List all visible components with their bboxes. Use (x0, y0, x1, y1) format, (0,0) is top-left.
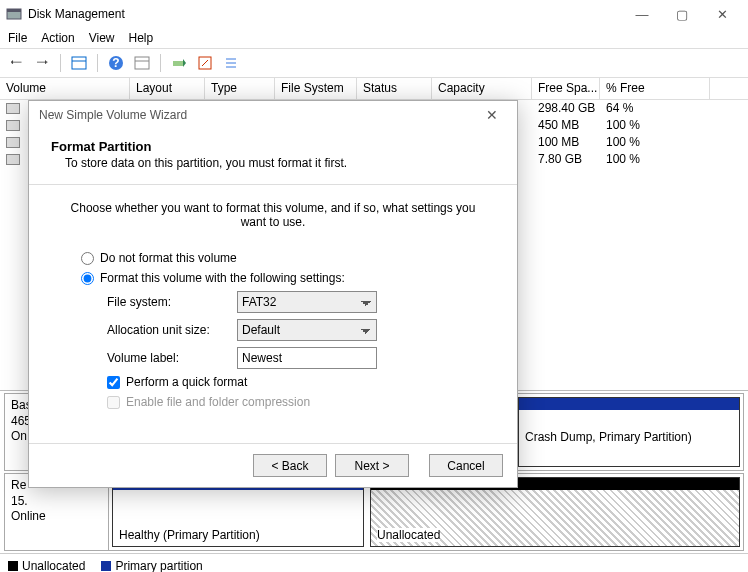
title-bar: Disk Management — ▢ ✕ (0, 0, 748, 28)
forward-icon[interactable]: ⭢ (32, 53, 52, 73)
partition-block[interactable]: Crash Dump, Primary Partition) (518, 397, 740, 467)
menu-bar: File Action View Help (0, 28, 748, 48)
svg-rect-8 (173, 61, 183, 66)
back-icon[interactable]: ⭠ (6, 53, 26, 73)
cell-pct: 100 % (600, 117, 710, 134)
window-controls: — ▢ ✕ (622, 1, 742, 27)
settings-icon[interactable] (132, 53, 152, 73)
volume-label-input[interactable] (237, 347, 377, 369)
volume-icon (6, 137, 20, 148)
svg-rect-1 (7, 9, 21, 12)
next-button[interactable]: Next > (335, 454, 409, 477)
allocation-label: Allocation unit size: (107, 323, 237, 337)
svg-rect-6 (135, 57, 149, 69)
properties-icon[interactable] (195, 53, 215, 73)
cell-pct: 100 % (600, 151, 710, 168)
menu-file[interactable]: File (8, 31, 27, 45)
wizard-footer: < Back Next > Cancel (29, 443, 517, 487)
file-system-label: File system: (107, 295, 237, 309)
window-title: Disk Management (28, 7, 622, 21)
compression-checkbox (107, 396, 120, 409)
volume-icon (6, 154, 20, 165)
col-pctfree[interactable]: % Free (600, 78, 710, 99)
partition-status: Crash Dump, Primary Partition) (525, 430, 692, 444)
wizard-header: Format Partition To store data on this p… (29, 129, 517, 185)
quick-format-label: Perform a quick format (126, 375, 247, 389)
close-button[interactable]: ✕ (702, 1, 742, 27)
help-icon[interactable]: ? (106, 53, 126, 73)
radio-do-not-format[interactable] (81, 252, 94, 265)
cancel-button[interactable]: Cancel (429, 454, 503, 477)
volume-grid-header: Volume Layout Type File System Status Ca… (0, 78, 748, 100)
refresh-icon[interactable] (169, 53, 189, 73)
file-system-select[interactable]: FAT32 (237, 291, 377, 313)
show-hide-icon[interactable] (69, 53, 89, 73)
wizard-heading: Format Partition (51, 139, 495, 154)
wizard-body: Choose whether you want to format this v… (29, 185, 517, 431)
volume-icon (6, 103, 20, 114)
col-status[interactable]: Status (357, 78, 432, 99)
app-icon (6, 6, 22, 22)
col-layout[interactable]: Layout (130, 78, 205, 99)
menu-help[interactable]: Help (129, 31, 154, 45)
list-icon[interactable] (221, 53, 241, 73)
wizard-title: New Simple Volume Wizard (39, 108, 187, 122)
partition-status: Unallocated (377, 528, 440, 542)
allocation-select[interactable]: Default (237, 319, 377, 341)
col-type[interactable]: Type (205, 78, 275, 99)
radio-do-not-format-label: Do not format this volume (100, 251, 237, 265)
col-filesystem[interactable]: File System (275, 78, 357, 99)
back-button[interactable]: < Back (253, 454, 327, 477)
separator (160, 54, 161, 72)
cell-free: 7.80 GB (532, 151, 600, 168)
wizard-titlebar: New Simple Volume Wizard ✕ (29, 101, 517, 129)
radio-format-label: Format this volume with the following se… (100, 271, 345, 285)
wizard-intro: Choose whether you want to format this v… (59, 201, 487, 229)
menu-view[interactable]: View (89, 31, 115, 45)
col-capacity[interactable]: Capacity (432, 78, 532, 99)
svg-rect-2 (72, 57, 86, 69)
maximize-button[interactable]: ▢ (662, 1, 702, 27)
separator (60, 54, 61, 72)
volume-label-label: Volume label: (107, 351, 237, 365)
partition-status: Healthy (Primary Partition) (119, 528, 260, 542)
cell-pct: 100 % (600, 134, 710, 151)
toolbar: ⭠ ⭢ ? (0, 48, 748, 78)
wizard-subheading: To store data on this partition, you mus… (65, 156, 495, 170)
svg-text:?: ? (112, 56, 119, 70)
cell-free: 298.40 GB (532, 100, 600, 117)
compression-label: Enable file and folder compression (126, 395, 310, 409)
radio-format[interactable] (81, 272, 94, 285)
minimize-button[interactable]: — (622, 1, 662, 27)
new-simple-volume-wizard: New Simple Volume Wizard ✕ Format Partit… (28, 100, 518, 488)
legend-primary: Primary partition (101, 559, 202, 573)
cell-pct: 64 % (600, 100, 710, 117)
legend-unallocated: Unallocated (8, 559, 85, 573)
menu-action[interactable]: Action (41, 31, 74, 45)
col-freespace[interactable]: Free Spa... (532, 78, 600, 99)
legend: Unallocated Primary partition (0, 553, 748, 572)
cell-free: 100 MB (532, 134, 600, 151)
disk-size: 15. (11, 494, 102, 510)
separator (97, 54, 98, 72)
disk-status: Online (11, 509, 102, 525)
cell-free: 450 MB (532, 117, 600, 134)
volume-icon (6, 120, 20, 131)
col-volume[interactable]: Volume (0, 78, 130, 99)
close-icon[interactable]: ✕ (477, 102, 507, 128)
quick-format-checkbox[interactable] (107, 376, 120, 389)
